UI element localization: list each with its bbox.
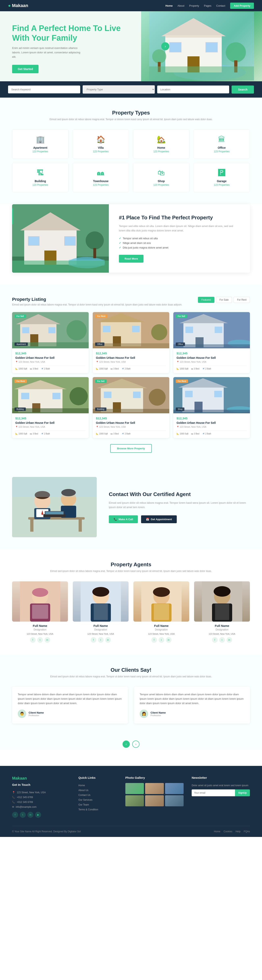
- add-property-button[interactable]: Add Property: [230, 3, 254, 9]
- twitter-icon-1[interactable]: t: [37, 637, 43, 643]
- type-card-villa[interactable]: 🏠 Villa 123 Properties: [73, 129, 129, 159]
- perfect-home-content: #1 Place To Find The Perfect Property Te…: [109, 204, 250, 273]
- perfect-home-image: [12, 204, 109, 273]
- linkedin-icon-3[interactable]: in: [166, 637, 171, 643]
- property-card-6[interactable]: For Rent Shop $12,345 Golden Urban House…: [173, 377, 250, 438]
- property-type-select[interactable]: Property Type Apartment Villa Home Offic…: [83, 85, 155, 94]
- footer-social-links: f t in ▶: [12, 812, 70, 818]
- agent-loc-2: 123 Street, New York, USA: [73, 633, 129, 635]
- footer-link-services[interactable]: Our Services: [78, 799, 92, 801]
- search-button[interactable]: Search: [232, 86, 254, 94]
- footer-facebook-icon[interactable]: f: [12, 812, 18, 818]
- footer-link-contact[interactable]: Contact Us: [78, 794, 90, 797]
- prop-cat-4: Building: [14, 407, 26, 411]
- nav-links: Home About Property Pages Contact Add Pr…: [165, 3, 254, 9]
- prop-title-1: Golden Urban House For Sell: [15, 356, 85, 360]
- gallery-thumb-3[interactable]: [165, 783, 184, 794]
- location-input[interactable]: [157, 86, 229, 93]
- search-keyword-input[interactable]: [8, 86, 80, 93]
- facebook-icon-1[interactable]: f: [30, 637, 36, 643]
- footer-bottom-fqa[interactable]: FQAs: [244, 830, 250, 833]
- footer-link-terms[interactable]: Terms & Condition: [78, 808, 98, 811]
- footer-link-about[interactable]: About Us: [78, 789, 88, 792]
- footer-linkedin-icon[interactable]: in: [27, 812, 34, 818]
- newsletter-form: SignUp: [192, 789, 250, 796]
- property-card-3[interactable]: For Sell Office $12,345 Golden Urban Hou…: [173, 312, 250, 373]
- newsletter-signup-button[interactable]: SignUp: [235, 789, 250, 796]
- gallery-thumb-6[interactable]: [165, 795, 184, 807]
- nav-home[interactable]: Home: [165, 4, 173, 7]
- property-card-4[interactable]: For Rent Building $12,345 Golden Urban H…: [12, 377, 89, 438]
- type-card-building[interactable]: 🏗 Building 123 Properties: [12, 163, 69, 192]
- testi-next-button[interactable]: ›: [132, 741, 139, 748]
- svg-point-55: [70, 387, 88, 405]
- newsletter-email-input[interactable]: [192, 789, 235, 796]
- twitter-icon-2[interactable]: t: [98, 637, 104, 643]
- nav-property[interactable]: Property: [189, 4, 199, 7]
- linkedin-icon-1[interactable]: in: [45, 637, 50, 643]
- linkedin-icon-4[interactable]: in: [227, 637, 232, 643]
- building-name: Building: [16, 180, 65, 183]
- agent-social-3: f t in: [133, 637, 189, 643]
- property-card-1[interactable]: For Sell Apartment $12,345 Golden Urban …: [12, 312, 89, 373]
- agent-role-4: Designation: [194, 628, 250, 631]
- gallery-thumb-4[interactable]: [125, 795, 144, 807]
- filter-featured[interactable]: Featured: [198, 297, 214, 303]
- nav-contact[interactable]: Contact: [216, 4, 225, 7]
- svg-rect-12: [149, 67, 254, 81]
- agent-role-2: Designation: [73, 628, 129, 631]
- nav-pages[interactable]: Pages: [204, 4, 211, 7]
- testi-text-2: Tempor amet labore dolom diam diam amet …: [140, 692, 244, 706]
- browse-more-button[interactable]: Browse More Property: [110, 444, 152, 453]
- contact-agent-content: Contact With Our Certified Agent Eimod s…: [109, 491, 250, 523]
- property-card-2[interactable]: For Rent Office $12,345 Golden Urban Hou…: [93, 312, 169, 373]
- svg-rect-46: [215, 326, 222, 333]
- prop-beds-6: 🛏 3 Bed: [191, 433, 199, 435]
- prop-addr-5: 123 Street, New York, USA: [96, 426, 166, 428]
- facebook-icon-4[interactable]: f: [212, 637, 218, 643]
- read-more-button[interactable]: Read More: [119, 255, 144, 262]
- facebook-icon-3[interactable]: f: [151, 637, 157, 643]
- get-appointment-button[interactable]: 📅 Get Appointment: [141, 515, 177, 523]
- contact-agent-buttons: 📞 Make A Call 📅 Get Appointment: [109, 515, 250, 523]
- footer-bottom-cookies[interactable]: Cookies: [224, 830, 232, 833]
- gallery-thumb-5[interactable]: [145, 795, 164, 807]
- nav-about[interactable]: About: [177, 4, 184, 7]
- type-card-home[interactable]: 🏡 Home 123 Properties: [133, 129, 189, 159]
- footer-bottom-home[interactable]: Home: [214, 830, 220, 833]
- get-started-button[interactable]: Get Started: [12, 65, 38, 73]
- type-card-shop[interactable]: 🛍 Shop 123 Properties: [133, 163, 189, 192]
- gallery-thumb-2[interactable]: [145, 783, 164, 794]
- prop-price-5: $12,345: [96, 417, 166, 420]
- footer-link-home[interactable]: Home: [78, 784, 85, 787]
- type-card-office[interactable]: 🏛 Office 123 Properties: [193, 129, 250, 159]
- footer: Makaan Get In Touch 📍 123 Street, New Yo…: [0, 766, 262, 837]
- footer-bottom-help[interactable]: Help: [236, 830, 241, 833]
- footer-youtube-icon[interactable]: ▶: [35, 812, 41, 818]
- svg-rect-53: [21, 393, 29, 399]
- testi-prev-button[interactable]: ‹: [123, 741, 130, 748]
- gallery-thumb-1[interactable]: [125, 783, 144, 794]
- linkedin-icon-2[interactable]: in: [105, 637, 111, 643]
- testi-text-1: Tempor amet labore dolom diam diam amet …: [18, 692, 122, 706]
- type-card-apartment[interactable]: 🏢 Apartment 123 Properties: [12, 129, 69, 159]
- make-call-button[interactable]: 📞 Make A Call: [109, 515, 138, 523]
- facebook-icon-2[interactable]: f: [91, 637, 96, 643]
- svg-point-63: [149, 389, 166, 406]
- contact-agent-section: Contact With Our Certified Agent Eimod s…: [0, 465, 262, 549]
- prop-area-5: 📐 1000 Sqft: [96, 433, 108, 435]
- twitter-icon-4[interactable]: t: [219, 637, 225, 643]
- property-card-5[interactable]: For Sell Building $12,345 Golden Urban H…: [93, 377, 169, 438]
- type-card-townhouse[interactable]: 🏘 Townhouse 123 Properties: [73, 163, 129, 192]
- svg-point-91: [32, 588, 48, 597]
- svg-rect-24: [12, 261, 109, 273]
- type-card-garage[interactable]: 🅿 Garage 123 Properties: [193, 163, 250, 192]
- agent-card-2: Full Name Designation 123 Street, New Yo…: [73, 581, 129, 643]
- footer-link-team[interactable]: Our Team: [78, 803, 89, 806]
- filter-for-sale[interactable]: For Sale: [216, 297, 232, 303]
- contact-agent-description: Eimod sed ipsum dolor sit rebus labore m…: [109, 501, 250, 509]
- footer-bottom-links: Home Cookies Help FQAs: [214, 830, 250, 833]
- footer-twitter-icon[interactable]: t: [20, 812, 26, 818]
- filter-for-rent[interactable]: For Rent: [233, 297, 250, 303]
- twitter-icon-3[interactable]: t: [159, 637, 164, 643]
